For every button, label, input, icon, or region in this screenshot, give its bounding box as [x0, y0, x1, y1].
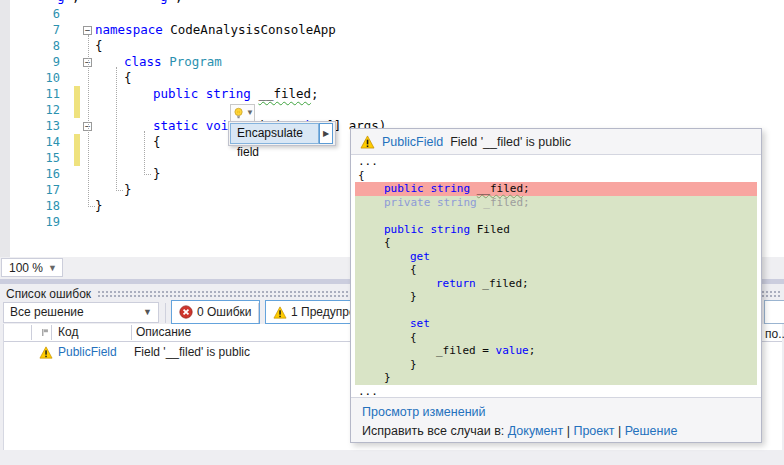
chevron-down-icon: ▼: [48, 259, 57, 278]
error-icon: [179, 305, 193, 319]
code-line: namespace CodeAnalysisConsoleApp: [95, 22, 336, 38]
code-token: CodeAnalysisConsoleApp: [163, 22, 336, 37]
clipped-code-fragment: g ;: [160, 0, 183, 5]
clipped-code-fragment: g ;: [57, 0, 80, 5]
zoom-level-combobox[interactable]: 100 % ▼: [1, 258, 63, 277]
chevron-down-icon: ▼: [246, 109, 254, 117]
scope-separator: |: [615, 424, 625, 438]
preview-diff-body: ...{public string __filed;private string…: [351, 155, 761, 398]
messages-filter-button-fragment[interactable]: [764, 300, 784, 324]
preview-header: PublicField Field '__filed' is public: [351, 129, 761, 155]
code-token: [430, 196, 437, 209]
column-separator: [51, 325, 52, 340]
code-token: ...: [358, 385, 378, 398]
preview-footer: Просмотр изменений Исправить все случаи …: [351, 397, 761, 442]
code-line: {: [124, 70, 132, 86]
toolbar-separator: [165, 303, 166, 323]
column-header-code[interactable]: Код: [58, 324, 78, 341]
severity-column-icon: [41, 328, 50, 337]
code-token: string: [430, 182, 470, 195]
code-token: {: [95, 38, 103, 53]
column-separator: [131, 325, 132, 340]
errors-button-label: 0 Ошибки: [197, 301, 252, 323]
line-number: 9: [12, 54, 60, 70]
code-token: string: [206, 86, 251, 101]
change-indicator: [74, 150, 80, 166]
code-token: {: [358, 169, 365, 182]
visual-studio-ide: g ;g ; 67−89−10111213−141516171819 names…: [0, 0, 784, 465]
code-token: get: [410, 250, 430, 263]
code-token: string: [437, 196, 477, 209]
code-token: }: [153, 166, 161, 181]
fold-toggle[interactable]: −: [83, 26, 92, 35]
code-line: public string __filed;: [153, 86, 319, 102]
line-number: 16: [12, 166, 60, 182]
code-token: public: [384, 182, 424, 195]
fold-guide-method: [144, 131, 151, 175]
diagnostic-message: Field '__filed' is public: [450, 135, 571, 149]
code-token: [198, 118, 206, 133]
preview-code-line: return _filed;: [355, 277, 757, 291]
warnings-button-label: 1 Предупре: [291, 301, 356, 323]
code-token: ;: [311, 86, 319, 101]
code-token: value: [496, 344, 529, 357]
code-token: return: [436, 277, 476, 290]
preview-changes-link[interactable]: Просмотр изменений: [362, 405, 486, 419]
warning-icon: [273, 306, 287, 319]
code-token: public: [153, 86, 198, 101]
column-header-description[interactable]: Описание: [136, 324, 191, 341]
fix-scope-link[interactable]: Решение: [625, 424, 678, 438]
scope-filter-value: Все решение: [10, 305, 84, 319]
line-number: 6: [12, 6, 60, 22]
chevron-down-icon: ▼: [143, 303, 152, 322]
code-token: }: [95, 198, 103, 213]
indicator-margin: [0, 0, 10, 257]
truncated-column-header[interactable]: по...: [765, 327, 784, 341]
preview-code-line: ...: [355, 155, 757, 169]
preview-code-line: {: [355, 236, 757, 250]
fix-scope-link[interactable]: Документ: [508, 424, 563, 438]
code-token: }: [410, 290, 417, 303]
line-number: 8: [12, 38, 60, 54]
code-token: {: [384, 236, 391, 249]
code-token: namespace: [95, 22, 163, 37]
code-token: {: [410, 263, 417, 276]
code-token: Filed: [470, 223, 510, 236]
submenu-arrow-button[interactable]: ▶: [319, 123, 333, 144]
code-line: }: [124, 182, 132, 198]
code-line: class Program: [124, 54, 222, 70]
code-token: Program: [169, 54, 222, 69]
error-row-code[interactable]: PublicField: [58, 344, 117, 361]
fold-guide-namespace: [88, 35, 95, 207]
diagnostic-code-link[interactable]: PublicField: [382, 135, 443, 149]
scope-filter-combobox[interactable]: Все решение ▼: [3, 302, 159, 323]
column-separator: [31, 325, 32, 340]
line-number: 11: [12, 86, 60, 102]
code-token: }: [410, 358, 417, 371]
preview-code-line: _filed = value;: [355, 344, 757, 358]
line-number: 17: [12, 182, 60, 198]
code-token: __filed: [258, 86, 311, 101]
code-token: _filed;: [476, 277, 529, 290]
change-indicator: [74, 86, 80, 102]
toolbar-separator: [258, 303, 259, 323]
refactoring-preview-popup: PublicField Field '__filed' is public ..…: [350, 128, 762, 443]
quick-actions-lightbulb[interactable]: ▼: [230, 104, 255, 122]
fix-scope-link[interactable]: Проект: [573, 424, 614, 438]
change-indicator: [74, 102, 80, 118]
quick-actions-menu: Encapsulate field ▶: [228, 121, 336, 146]
line-number: 13: [12, 118, 60, 134]
menu-item-encapsulate-field[interactable]: Encapsulate field: [230, 123, 319, 144]
fix-all-line: Исправить все случаи в: Документ | Проек…: [362, 424, 677, 438]
scope-separator: |: [563, 424, 573, 438]
code-line: }: [153, 166, 161, 182]
preview-code-line: }: [355, 371, 757, 385]
line-number: 14: [12, 134, 60, 150]
code-token: set: [410, 317, 430, 330]
errors-filter-button[interactable]: 0 Ошибки: [171, 300, 260, 324]
line-number: 15: [12, 150, 60, 166]
code-token: {: [124, 70, 132, 85]
warning-icon: [39, 346, 53, 359]
code-token: {: [410, 331, 417, 344]
preview-code-line: ...: [355, 385, 757, 399]
